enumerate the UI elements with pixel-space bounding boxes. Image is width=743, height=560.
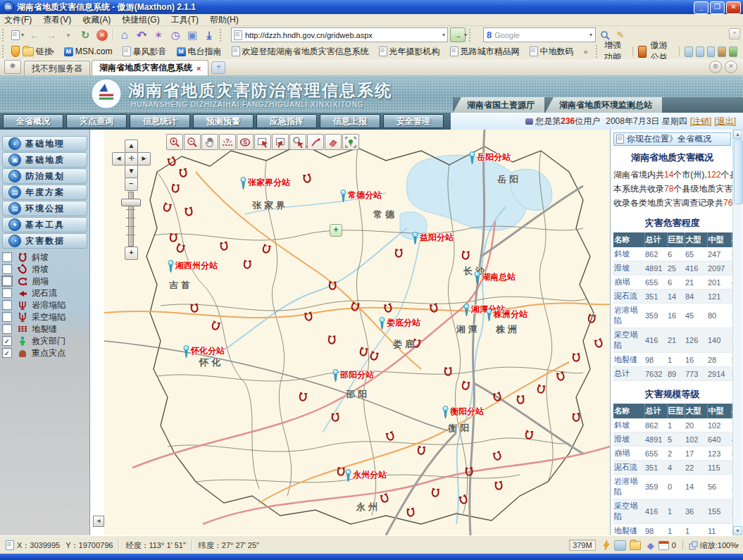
resize-icon[interactable]	[689, 541, 698, 550]
station-9[interactable]: 怀化分站	[182, 345, 225, 359]
menu-item-4[interactable]: 工具(T)	[171, 14, 199, 26]
banner-link-0[interactable]: 湖南省国土资源厅	[453, 97, 544, 113]
history-clock-icon[interactable]: ◷	[168, 28, 183, 42]
station-8[interactable]: 娄底分站	[378, 317, 420, 330]
zoom-level[interactable]: 缩放:100%	[700, 540, 737, 551]
layer-checkbox[interactable]	[2, 264, 12, 274]
boost-icon[interactable]	[602, 540, 611, 550]
link-item-5[interactable]: 觅路城市精品网	[450, 46, 520, 58]
download-folder-icon[interactable]	[630, 541, 643, 550]
banner-link-1[interactable]: 湖南省地质环境监测总站	[545, 97, 662, 113]
proxy-icon[interactable]	[685, 46, 693, 57]
measure-tool-icon[interactable]: ?	[219, 134, 236, 150]
station-7[interactable]: 株洲分站	[485, 309, 527, 322]
toolbar-overflow-icon[interactable]: »	[729, 28, 740, 39]
nav-tab-1[interactable]: 灾点查询	[66, 114, 127, 128]
sidebar-item-6[interactable]: ◔灾害数据	[2, 233, 87, 249]
nav-tab-6[interactable]: 安全管理	[383, 114, 444, 128]
links-folder[interactable]: 链接▾	[23, 46, 54, 58]
address-grip[interactable]	[220, 29, 225, 42]
plugin-diamond-icon[interactable]: ◆	[647, 540, 654, 551]
station-1[interactable]: 张家界分站	[239, 177, 290, 190]
address-dropdown-icon[interactable]: ▾	[442, 32, 445, 38]
tab-1[interactable]: 湖南省地质灾害信息系统×	[92, 60, 208, 75]
station-2[interactable]: 常德分站	[339, 189, 382, 203]
link-item-4[interactable]: 光年摄影机构	[379, 46, 440, 58]
magic-wand-icon[interactable]: ✶	[151, 28, 166, 42]
stop-icon[interactable]: ✕	[94, 28, 110, 42]
search-go-icon[interactable]	[600, 30, 610, 40]
tab-list-icon[interactable]: ✱	[4, 60, 21, 74]
map-canvas[interactable]: 岳阳张家界常德吉首长沙湘潭株洲娄底怀化邵阳衡阳永州 岳阳分站张家界分站常德分站益…	[90, 130, 610, 535]
pan-down-icon[interactable]: ▼	[125, 165, 138, 178]
link-item-1[interactable]: 暴风影音	[123, 46, 167, 58]
layer-checkbox[interactable]	[2, 300, 12, 310]
sidebar-item-2[interactable]: ✎防治规划	[2, 168, 87, 184]
exit-link[interactable]: [退出]	[714, 116, 736, 127]
link-item-0[interactable]: MMSN.com	[64, 46, 113, 56]
layer-checkbox[interactable]	[2, 288, 12, 298]
select-circle-tool-icon[interactable]	[289, 134, 306, 150]
sidebar-item-1[interactable]: ▣基础地质	[2, 152, 87, 168]
menu-item-0[interactable]: 文件(F)	[4, 14, 32, 26]
tab-tools-icon[interactable]: ⚙	[709, 61, 722, 73]
history-dropdown-icon[interactable]: ▾	[61, 28, 76, 42]
station-10[interactable]: 邵阳分站	[332, 369, 374, 382]
zoom-dropdown-icon[interactable]: ▾	[736, 542, 739, 549]
layer-checkbox[interactable]: ✓	[2, 348, 12, 358]
nav-tab-2[interactable]: 信息统计	[130, 114, 190, 128]
zoom-in-tool-icon[interactable]	[166, 134, 183, 150]
search-box[interactable]: 8 Google ▾	[483, 27, 596, 42]
game-icon[interactable]	[729, 46, 737, 57]
search-grip[interactable]	[469, 29, 474, 42]
layer-checkbox[interactable]: ✓	[2, 336, 12, 346]
new-tab-button[interactable]: +	[211, 61, 225, 74]
forward-icon[interactable]: →	[44, 28, 59, 42]
link-item-6[interactable]: 中地数码	[530, 46, 574, 58]
title-bar[interactable]: m 湖南省地质灾害信息系统 - 傲游(Maxthon) 2.1.1 _ ❐ ✕	[0, 0, 743, 14]
toolbar-grip[interactable]	[2, 29, 7, 42]
station-5[interactable]: 湖南总站	[473, 271, 516, 285]
pan-up-icon[interactable]: ▲	[125, 139, 138, 153]
popup-window-icon[interactable]	[614, 540, 626, 551]
station-0[interactable]: 岳阳分站	[468, 151, 511, 165]
popup-blocker-icon[interactable]	[658, 541, 669, 550]
tab-0[interactable]: 找不到服务器	[24, 61, 90, 75]
fullscreen-icon[interactable]	[696, 46, 704, 57]
nav-tab-4[interactable]: 应急指挥	[256, 114, 317, 128]
menu-item-1[interactable]: 查看(V)	[43, 14, 71, 26]
zoom-slider-handle[interactable]	[121, 199, 141, 206]
nav-tab-3[interactable]: 预测预警	[193, 114, 254, 128]
layer-checkbox[interactable]	[2, 252, 12, 262]
station-12[interactable]: 永州分站	[344, 469, 387, 483]
clear-selection-tool-icon[interactable]: S	[237, 134, 254, 150]
panel-scrollbar[interactable]: ▲ ▼	[732, 130, 742, 535]
station-4[interactable]: 湘西州分站	[167, 260, 218, 273]
full-extent-tool-icon[interactable]	[342, 134, 359, 150]
back-icon[interactable]: ←	[27, 28, 42, 42]
layer-checkbox[interactable]	[2, 312, 12, 322]
sidebar-item-3[interactable]: ▤年度方案	[2, 185, 87, 200]
scroll-up-icon[interactable]: ▲	[733, 130, 742, 139]
new-page-icon[interactable]: ▾	[10, 28, 25, 42]
zoom-in-step-icon[interactable]: +	[125, 247, 138, 260]
tab-close-icon[interactable]: ✕	[725, 61, 737, 73]
pan-left-icon[interactable]: ◄	[112, 152, 125, 166]
go-dropdown-icon[interactable]: ▾	[464, 32, 467, 38]
skin-icon[interactable]	[718, 46, 726, 57]
station-11[interactable]: 衡阳分站	[442, 406, 484, 419]
go-button[interactable]: →	[450, 27, 466, 42]
nav-tab-5[interactable]: 信息上报	[320, 114, 380, 128]
links-more-icon[interactable]: »	[584, 47, 588, 56]
address-bar[interactable]: http://dzzh.hndh.gov.cn/gridweb.aspx ▾	[231, 27, 448, 42]
layer-checkbox[interactable]	[2, 324, 12, 334]
restore-button[interactable]: ❐	[710, 1, 725, 14]
minimize-button[interactable]: _	[694, 1, 708, 14]
layer-checkbox[interactable]	[2, 276, 12, 286]
undo-icon[interactable]: ↶▾	[134, 28, 149, 42]
sidebar-item-0[interactable]: »基础地理	[2, 136, 87, 151]
pan-center-icon[interactable]: ✛	[125, 152, 138, 166]
sidebar-collapse-icon[interactable]: ◄	[93, 516, 104, 527]
menu-item-2[interactable]: 收藏(A)	[82, 14, 111, 26]
plugin-grip[interactable]	[596, 45, 599, 58]
